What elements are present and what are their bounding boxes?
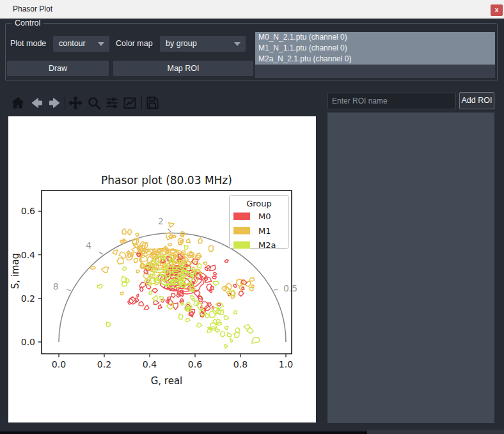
plot-legend: GroupM0M1M2a bbox=[230, 196, 289, 251]
save-icon[interactable] bbox=[145, 95, 160, 111]
color-map-value: by group bbox=[166, 39, 197, 48]
draw-button[interactable]: Draw bbox=[7, 61, 109, 76]
toolbar-separator bbox=[141, 96, 142, 110]
phasor-plot-canvas[interactable]: Phasor plot (80.03 MHz)G, realS, imag0.0… bbox=[8, 116, 316, 422]
chevron-down-icon bbox=[98, 42, 104, 46]
subplots-icon[interactable] bbox=[104, 95, 120, 111]
svg-text:Group: Group bbox=[246, 199, 272, 208]
phasor-plot-window: Phasor Plot x Control Plot mode contour … bbox=[0, 0, 504, 434]
y-axis-label: S, imag bbox=[10, 253, 21, 290]
plot-mode-select[interactable]: contour bbox=[53, 36, 109, 52]
map-roi-button[interactable]: Map ROI bbox=[113, 61, 253, 76]
add-roi-button[interactable]: Add ROI bbox=[459, 92, 494, 109]
svg-text:M1: M1 bbox=[258, 226, 271, 236]
svg-text:2: 2 bbox=[158, 216, 164, 226]
color-map-label: Color map bbox=[116, 38, 153, 49]
phasor-figure-svg[interactable]: Phasor plot (80.03 MHz)G, realS, imag0.0… bbox=[8, 116, 316, 422]
svg-text:8: 8 bbox=[53, 281, 59, 291]
roi-list-panel[interactable] bbox=[327, 112, 494, 423]
svg-text:0.2: 0.2 bbox=[21, 293, 35, 304]
x-axis-label: G, real bbox=[151, 375, 183, 387]
plot-mode-label: Plot mode bbox=[10, 38, 46, 49]
file-list[interactable]: M0_N_2.1.ptu (channel 0)M1_N_1.1.ptu (ch… bbox=[255, 32, 495, 78]
svg-text:0.0: 0.0 bbox=[52, 359, 66, 369]
svg-text:0.2: 0.2 bbox=[97, 359, 111, 369]
window-title: Phasor Plot bbox=[13, 0, 52, 19]
color-map-select[interactable]: by group bbox=[160, 36, 246, 52]
svg-text:0.6: 0.6 bbox=[21, 206, 35, 216]
control-group-label: Control bbox=[12, 19, 43, 27]
chevron-down-icon bbox=[234, 42, 240, 46]
plot-mode-value: contour bbox=[59, 39, 86, 48]
svg-text:0.6: 0.6 bbox=[188, 359, 202, 369]
title-bar[interactable]: Phasor Plot x bbox=[0, 0, 504, 19]
svg-text:M2a: M2a bbox=[258, 240, 276, 250]
svg-text:0.4: 0.4 bbox=[21, 250, 35, 260]
svg-text:0.0: 0.0 bbox=[21, 337, 35, 347]
toolbar-separator bbox=[65, 96, 65, 110]
window-bottom-edge bbox=[0, 431, 367, 434]
window-bottom-edge bbox=[367, 430, 504, 434]
svg-text:0.8: 0.8 bbox=[233, 359, 248, 369]
pan-icon[interactable] bbox=[68, 95, 83, 111]
customize-icon[interactable] bbox=[122, 95, 138, 111]
file-list-item[interactable]: M0_N_2.1.ptu (channel 0) bbox=[255, 32, 495, 43]
svg-text:0.4: 0.4 bbox=[143, 359, 157, 369]
plot-title: Phasor plot (80.03 MHz) bbox=[101, 174, 232, 187]
zoom-icon[interactable] bbox=[86, 95, 102, 111]
file-list-item[interactable]: M1_N_1.1.ptu (channel 0) bbox=[255, 43, 495, 54]
svg-text:M0: M0 bbox=[258, 212, 271, 221]
home-icon[interactable] bbox=[10, 95, 26, 111]
svg-text:4: 4 bbox=[86, 240, 91, 251]
svg-text:1.0: 1.0 bbox=[279, 359, 293, 369]
back-icon[interactable] bbox=[29, 95, 44, 111]
svg-text:0.5: 0.5 bbox=[283, 283, 297, 293]
file-list-item[interactable]: M2a_N_2.1.ptu (channel 0) bbox=[255, 54, 495, 65]
close-button[interactable]: x bbox=[491, 4, 503, 16]
forward-icon[interactable] bbox=[47, 95, 63, 111]
roi-name-input[interactable] bbox=[327, 93, 456, 109]
matplotlib-toolbar bbox=[0, 93, 320, 113]
